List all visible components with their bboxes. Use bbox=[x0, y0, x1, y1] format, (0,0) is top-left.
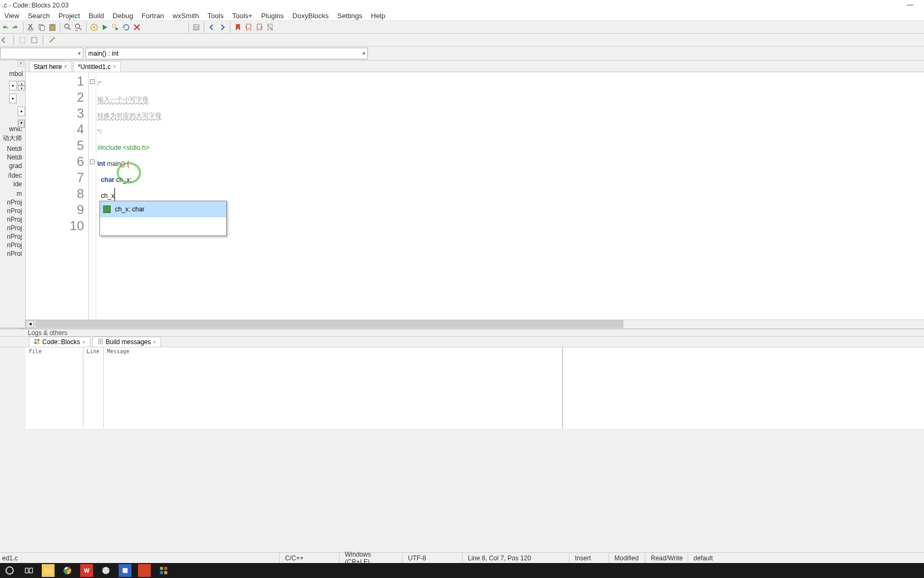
tree-item[interactable]: Netdi bbox=[0, 153, 23, 162]
tab-close-icon[interactable]: × bbox=[64, 64, 67, 70]
code-text[interactable]: /*输入一个小写字母转换为对应的大写字母*/#include <stdio.h>… bbox=[96, 72, 924, 320]
panel-dropdown-1[interactable]: ▾ bbox=[9, 81, 17, 90]
chrome-icon[interactable] bbox=[61, 564, 74, 577]
build-icon[interactable] bbox=[89, 22, 99, 32]
menu-project[interactable]: Project bbox=[54, 11, 84, 21]
start-button[interactable] bbox=[3, 564, 16, 577]
code-line[interactable]: 转换为对应的大写字母 bbox=[97, 105, 924, 121]
copy-icon[interactable] bbox=[37, 22, 47, 32]
nav-back-icon[interactable] bbox=[207, 22, 217, 32]
panel-dropdown-2[interactable]: ▾ bbox=[9, 94, 17, 103]
cut-icon[interactable] bbox=[26, 22, 36, 32]
tab-close-icon[interactable]: × bbox=[153, 339, 156, 345]
log-tab[interactable]: Code::Blocks× bbox=[29, 337, 90, 347]
tree-item[interactable]: 动大师 bbox=[0, 133, 23, 143]
redo-icon[interactable] bbox=[11, 22, 20, 32]
minimize-button[interactable]: — bbox=[907, 1, 913, 9]
symbols-tree[interactable]: wnlc动大师NetdiNetdigrad/IdecidemnProjnProj… bbox=[0, 125, 23, 323]
tree-item[interactable]: nProj bbox=[0, 207, 23, 215]
code-line[interactable]: int main() { bbox=[97, 154, 924, 170]
fold-column[interactable]: −− bbox=[89, 72, 96, 320]
fold-toggle-icon[interactable]: − bbox=[90, 79, 95, 84]
bookmark-prev-icon[interactable] bbox=[244, 22, 253, 32]
menu-debug[interactable]: Debug bbox=[109, 11, 137, 21]
code-line[interactable]: 输入一个小写字母 bbox=[97, 89, 924, 105]
editor-tab[interactable]: Start here× bbox=[29, 61, 72, 72]
menu-build[interactable]: Build bbox=[84, 11, 109, 21]
run-icon[interactable] bbox=[100, 22, 110, 32]
menu-tools+[interactable]: Tools+ bbox=[228, 11, 257, 21]
menu-plugins[interactable]: Plugins bbox=[257, 11, 288, 21]
scope-dropdown-left[interactable]: ▾ bbox=[0, 48, 83, 59]
find-icon[interactable] bbox=[63, 22, 73, 32]
menu-view[interactable]: View bbox=[0, 11, 24, 21]
tree-item[interactable]: Netdi bbox=[0, 144, 23, 153]
menu-fortran[interactable]: Fortran bbox=[137, 11, 168, 21]
code-line[interactable]: #include <stdio.h> bbox=[97, 138, 924, 154]
select-icon[interactable] bbox=[18, 35, 27, 45]
panel-close-icon[interactable]: × bbox=[18, 60, 24, 67]
tree-item[interactable]: /Idec bbox=[0, 171, 23, 180]
editor-tab[interactable]: *Untitled1.c× bbox=[73, 61, 121, 72]
status-insert: Insert bbox=[569, 553, 609, 563]
bookmark-clear-icon[interactable] bbox=[265, 22, 275, 32]
menu-tools[interactable]: Tools bbox=[203, 11, 228, 21]
tree-item[interactable]: nProj bbox=[0, 215, 23, 224]
jump-back-icon[interactable] bbox=[0, 35, 10, 45]
wand-icon[interactable] bbox=[47, 35, 57, 45]
tab-close-icon[interactable]: × bbox=[113, 64, 116, 70]
app-icon-1[interactable] bbox=[99, 564, 112, 577]
tree-item[interactable]: grad bbox=[0, 162, 23, 170]
scope-dropdown-right[interactable]: main() : int ▾ bbox=[86, 48, 368, 59]
paste-icon[interactable] bbox=[48, 22, 57, 32]
replace-icon[interactable] bbox=[74, 22, 83, 32]
menu-settings[interactable]: Settings bbox=[333, 11, 367, 21]
code-line[interactable]: /* bbox=[97, 73, 924, 89]
nav-forward-icon[interactable] bbox=[218, 22, 227, 32]
app-icon-2[interactable] bbox=[119, 564, 132, 577]
codeblocks-icon[interactable] bbox=[157, 564, 170, 577]
panel-dropdown-3[interactable]: ▾ bbox=[18, 107, 25, 116]
scroll-left-icon[interactable]: ◂ bbox=[26, 320, 34, 328]
menu-help[interactable]: Help bbox=[367, 11, 390, 21]
bookmark-toggle-icon[interactable] bbox=[233, 22, 243, 32]
target-icon[interactable] bbox=[191, 22, 201, 32]
abort-icon[interactable] bbox=[132, 22, 142, 32]
tab-close-icon[interactable]: × bbox=[82, 339, 86, 345]
taskbar[interactable]: W bbox=[0, 563, 924, 578]
code-line[interactable]: char ch_x; bbox=[97, 170, 924, 186]
status-file: ed1.c bbox=[0, 553, 280, 563]
autocomplete-item[interactable]: ch_x: char bbox=[100, 201, 226, 217]
tree-item[interactable]: nProj bbox=[0, 198, 23, 207]
menu-wxsmith[interactable]: wxSmith bbox=[168, 11, 203, 21]
undo-icon[interactable] bbox=[0, 22, 10, 32]
scroll-thumb[interactable] bbox=[35, 320, 623, 328]
autocomplete-popup[interactable]: ch_x: char bbox=[99, 201, 227, 236]
tree-item[interactable]: nProj bbox=[0, 224, 23, 232]
tree-item[interactable]: nProj bbox=[0, 232, 23, 241]
panel-stepper-1[interactable]: ▴▾ bbox=[18, 81, 25, 90]
tree-item[interactable]: nProi bbox=[0, 249, 23, 258]
rebuild-icon[interactable] bbox=[121, 22, 131, 32]
code-line[interactable]: */ bbox=[97, 121, 924, 138]
tree-item[interactable]: ide bbox=[0, 180, 23, 188]
log-tab[interactable]: Build messages× bbox=[93, 337, 161, 347]
menu-search[interactable]: Search bbox=[24, 11, 54, 21]
code-editor[interactable]: 12345678910 −− /*输入一个小写字母转换为对应的大写字母*/#in… bbox=[26, 72, 924, 320]
menu-doxyblocks[interactable]: DoxyBlocks bbox=[288, 11, 333, 21]
code-line[interactable]: ch_x bbox=[97, 186, 924, 202]
build-run-icon[interactable] bbox=[111, 22, 120, 32]
scroll-down-button[interactable]: ▾ bbox=[18, 119, 25, 128]
chevron-down-icon: ▾ bbox=[363, 50, 365, 56]
fold-toggle-icon[interactable]: − bbox=[90, 159, 95, 164]
tree-item[interactable]: nProj bbox=[0, 241, 23, 249]
app-icon-3[interactable] bbox=[138, 564, 151, 577]
frame-icon[interactable] bbox=[29, 35, 39, 45]
task-view-icon[interactable] bbox=[22, 564, 35, 577]
explorer-icon[interactable] bbox=[42, 564, 55, 577]
tree-item[interactable]: m bbox=[0, 189, 23, 198]
wps-icon[interactable]: W bbox=[80, 564, 93, 577]
bookmark-next-icon[interactable] bbox=[255, 22, 264, 32]
scope-right-value: main() : int bbox=[88, 50, 119, 57]
horizontal-scrollbar[interactable]: ◂ bbox=[26, 320, 924, 328]
